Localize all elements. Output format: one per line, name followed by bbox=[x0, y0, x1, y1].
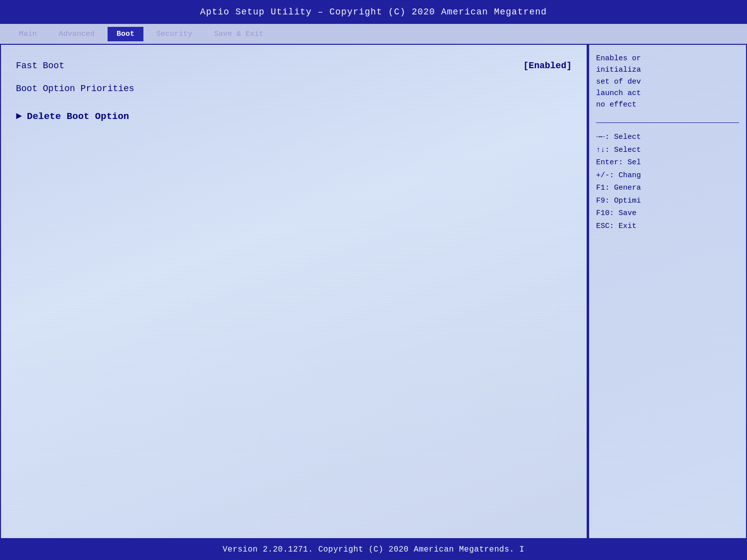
key-hint-f10: F10: Save bbox=[596, 207, 739, 220]
fast-boot-label: Fast Boot bbox=[16, 61, 523, 71]
nav-tabs-row: Main Advanced Boot Security Save & Exit bbox=[0, 24, 747, 45]
main-content: Fast Boot [Enabled] Boot Option Prioriti… bbox=[0, 45, 747, 539]
tab-main[interactable]: Main bbox=[10, 27, 46, 41]
header-bar: Aptio Setup Utility – Copyright (C) 2020… bbox=[0, 0, 747, 24]
help-line3: set of dev bbox=[596, 78, 641, 86]
key-hint-arrows-ud: ↑↓: Select bbox=[596, 144, 739, 157]
footer-text: Version 2.20.1271. Copyright (C) 2020 Am… bbox=[223, 545, 524, 554]
bios-screen: Aptio Setup Utility – Copyright (C) 2020… bbox=[0, 0, 747, 560]
key-hints: →←: Select ↑↓: Select Enter: Sel +/-: Ch… bbox=[596, 131, 739, 232]
help-line2: initializa bbox=[596, 66, 641, 74]
key-hint-esc: ESC: Exit bbox=[596, 220, 739, 233]
fast-boot-row[interactable]: Fast Boot [Enabled] bbox=[16, 55, 572, 77]
key-hint-arrows-lr: →←: Select bbox=[596, 131, 739, 144]
boot-option-priorities-row[interactable]: Boot Option Priorities bbox=[16, 77, 572, 101]
help-line1: Enables or bbox=[596, 54, 641, 63]
delete-boot-option-row[interactable]: ► Delete Boot Option bbox=[16, 104, 572, 129]
key-hint-enter: Enter: Sel bbox=[596, 156, 739, 169]
key-hint-f1: F1: Genera bbox=[596, 182, 739, 195]
right-panel: Enables or initializa set of dev launch … bbox=[588, 45, 747, 539]
tab-boot[interactable]: Boot bbox=[108, 27, 143, 41]
tab-security[interactable]: Security bbox=[147, 27, 201, 41]
tab-save-exit[interactable]: Save & Exit bbox=[205, 27, 272, 41]
help-line5: no effect bbox=[596, 101, 636, 109]
key-hint-plusminus: +/-: Chang bbox=[596, 169, 739, 182]
footer-bar: Version 2.20.1271. Copyright (C) 2020 Am… bbox=[0, 539, 747, 560]
delete-boot-option-arrow: ► bbox=[16, 111, 22, 122]
help-line4: launch act bbox=[596, 89, 641, 98]
tab-advanced[interactable]: Advanced bbox=[50, 27, 104, 41]
fast-boot-value: [Enabled] bbox=[523, 61, 572, 71]
help-text: Enables or initializa set of dev launch … bbox=[596, 53, 739, 111]
key-hint-f9: F9: Optimi bbox=[596, 195, 739, 208]
left-panel: Fast Boot [Enabled] Boot Option Prioriti… bbox=[0, 45, 588, 539]
help-divider bbox=[596, 122, 739, 123]
delete-boot-option-label: Delete Boot Option bbox=[27, 111, 129, 122]
header-title: Aptio Setup Utility – Copyright (C) 2020… bbox=[200, 7, 547, 17]
boot-option-priorities-label: Boot Option Priorities bbox=[16, 84, 572, 94]
